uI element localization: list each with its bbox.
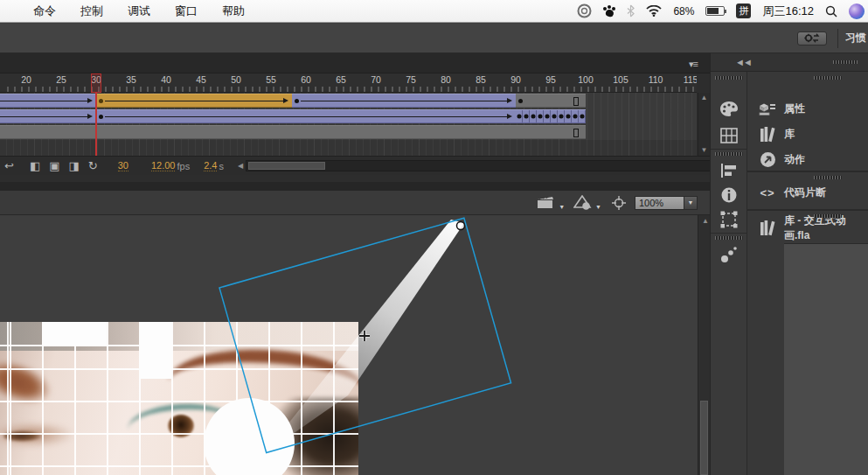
menu-item[interactable]: 控制 — [80, 3, 103, 19]
scrollbar-thumb[interactable] — [248, 162, 325, 170]
workspace-switcher-button[interactable] — [797, 31, 827, 45]
edit-scene-caret[interactable]: ▼ — [559, 204, 565, 210]
keyframe-cell[interactable] — [530, 110, 537, 122]
scroll-up-icon[interactable]: ▲ — [702, 218, 709, 225]
menubar-clock[interactable]: 周三16:12 — [762, 3, 814, 19]
ruler-frame-label: 100 — [578, 74, 594, 85]
keyframe-cell[interactable] — [572, 110, 579, 122]
library-panel-body — [784, 243, 868, 475]
stage-vertical-scrollbar[interactable]: ▲ — [698, 215, 710, 475]
bluetooth-icon[interactable] — [627, 4, 635, 17]
keyframe-dot[interactable] — [99, 99, 103, 103]
timeline-vertical-scrollbar[interactable]: ▲ ▼ — [698, 93, 710, 156]
scroll-up-icon[interactable]: ▲ — [701, 94, 708, 101]
elapsed-time-value[interactable]: 2.4 — [204, 160, 217, 171]
keyframe-dot[interactable] — [99, 115, 103, 119]
playhead-line[interactable] — [95, 93, 97, 156]
wifi-icon[interactable] — [646, 5, 662, 17]
edit-symbols-caret[interactable]: ▼ — [595, 204, 601, 210]
panel-gripper[interactable] — [814, 176, 842, 179]
menu-item[interactable]: 帮助 — [222, 3, 245, 19]
modify-markers-icon[interactable]: ↻ — [88, 159, 98, 172]
menu-item[interactable]: 调试 — [128, 3, 150, 19]
keyframe-cell[interactable] — [558, 110, 565, 122]
siri-icon[interactable] — [849, 3, 865, 19]
panel-gripper[interactable] — [715, 76, 743, 80]
keyframe-cell[interactable] — [544, 110, 551, 122]
loop-playback-icon[interactable]: ↩ — [4, 159, 14, 172]
timeline-layer-row[interactable] — [0, 108, 697, 124]
scroll-left-icon[interactable]: ◀ — [238, 163, 243, 170]
frame-span-gray[interactable] — [516, 94, 586, 108]
panel-button-properties[interactable]: 属性 — [747, 96, 868, 122]
menu-item[interactable]: 命令 — [33, 3, 56, 19]
timeline-ruler[interactable]: 2025303540455055606570758085909510010511… — [0, 73, 697, 93]
info-panel-icon[interactable] — [718, 184, 740, 206]
onion-skin-icon[interactable]: ◧ — [30, 159, 40, 172]
search-icon[interactable] — [825, 5, 837, 17]
timeline-layer-row[interactable] — [0, 124, 697, 140]
collapse-dock-icon[interactable]: ◄◄ — [735, 57, 751, 67]
scrollbar-thumb[interactable] — [700, 401, 708, 475]
menu-item[interactable]: 窗口 — [175, 3, 198, 19]
frame-span-keyframes[interactable] — [516, 109, 586, 123]
keyframe-cell[interactable] — [516, 110, 523, 122]
paw-icon[interactable] — [603, 5, 615, 17]
center-frame-icon[interactable] — [612, 196, 626, 210]
motion-presets-panel-icon[interactable] — [718, 243, 740, 266]
panel-gripper[interactable] — [715, 152, 743, 156]
stage-canvas[interactable]: ▲ — [0, 215, 710, 475]
keyframe-cell[interactable] — [565, 110, 572, 122]
keyframe-cell[interactable] — [579, 110, 586, 122]
dock-header: ◄◄ — [711, 53, 868, 72]
frame-span-gray[interactable] — [0, 125, 586, 139]
keyframe-cell[interactable] — [537, 110, 544, 122]
keyframe-cell[interactable] — [551, 110, 558, 122]
frame-span-purple[interactable] — [0, 109, 96, 123]
scrollbar-track[interactable] — [246, 160, 710, 171]
onion-skin-outlines-icon[interactable]: ▣ — [49, 159, 59, 172]
timeline-layers-area[interactable] — [0, 93, 697, 140]
scroll-down-icon[interactable]: ▼ — [701, 147, 708, 154]
creative-cloud-icon[interactable] — [577, 3, 592, 18]
transform-panel-icon[interactable] — [718, 208, 740, 231]
frame-span-purple[interactable] — [96, 109, 516, 123]
frame-span-orange[interactable] — [96, 94, 292, 108]
keyframe-dot[interactable] — [518, 99, 523, 103]
stage-zoom-caret[interactable]: ▼ — [684, 196, 698, 210]
panel-gripper[interactable] — [814, 76, 842, 80]
panel-gripper[interactable] — [833, 60, 858, 64]
edit-symbols-icon[interactable] — [573, 195, 593, 211]
battery-icon[interactable] — [705, 6, 725, 16]
stage-zoom-control[interactable]: 100% ▼ — [635, 196, 698, 210]
workspace-label[interactable]: 习惯 — [845, 31, 868, 45]
keyframe-dot[interactable] — [295, 99, 299, 103]
panel-button-code-snippets[interactable]: <>代码片断 — [747, 180, 868, 206]
color-panel-icon[interactable] — [718, 98, 740, 121]
align-panel-icon[interactable] — [718, 159, 740, 182]
stage-zoom-value[interactable]: 100% — [635, 196, 684, 210]
swatches-panel-icon[interactable] — [718, 124, 740, 147]
timeline-horizontal-scrollbar[interactable]: ◀ ▶ — [238, 160, 710, 171]
timeline-panel-header: ▾≡ — [0, 53, 710, 73]
current-frame-value[interactable]: 30 — [118, 160, 128, 171]
frame-span-purple[interactable] — [0, 94, 96, 108]
keyframe-cell[interactable] — [523, 110, 530, 122]
edit-multiple-frames-icon[interactable]: ◨ — [69, 159, 80, 172]
frame-span-purple[interactable] — [292, 94, 516, 108]
panel-button-label: 属性 — [784, 101, 805, 116]
ruler-frame-label: 80 — [441, 74, 451, 85]
stage-edit-bar: ▼ ▼ 100% ▼ — [0, 191, 710, 215]
timeline-layer-row[interactable] — [0, 93, 697, 108]
playhead-marker[interactable] — [91, 73, 101, 93]
panel-menu-icon[interactable]: ▾≡ — [689, 59, 698, 70]
stage-overlay-graphics — [0, 215, 697, 475]
panel-gripper[interactable] — [715, 236, 743, 240]
edit-scene-icon[interactable] — [537, 195, 556, 210]
input-method-badge[interactable]: 拼 — [736, 3, 751, 18]
frame-rate-value[interactable]: 12.00 — [151, 160, 176, 171]
panel-button-actions[interactable]: 动作 — [747, 147, 868, 172]
panel-button-library[interactable]: 库 - 交互式动画.fla — [747, 215, 868, 241]
panel-gripper[interactable] — [814, 214, 842, 218]
panel-button-library[interactable]: 库 — [747, 122, 868, 147]
